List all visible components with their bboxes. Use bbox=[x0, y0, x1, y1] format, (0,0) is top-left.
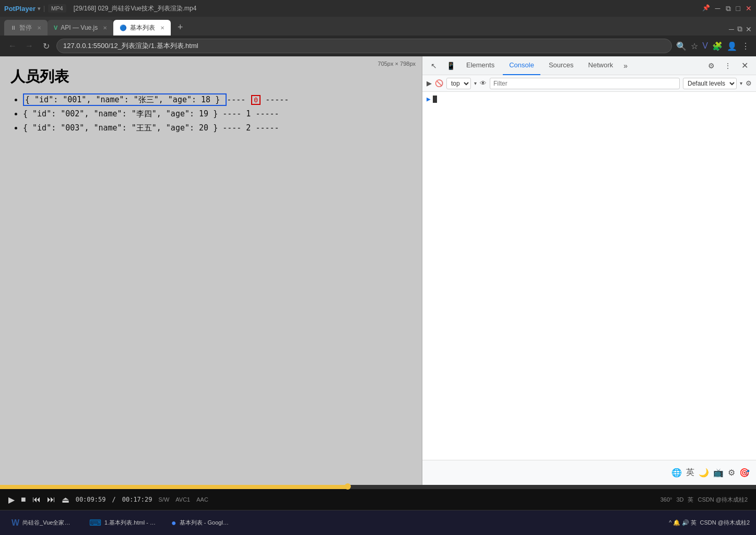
console-filter-input[interactable] bbox=[490, 78, 680, 89]
address-input[interactable] bbox=[56, 39, 672, 53]
item-after: ----- bbox=[265, 95, 289, 104]
taskbar-right: ^ 🔔 🔊 英 CSDN @待木成桂2 bbox=[669, 519, 750, 527]
tab-api-close[interactable]: ✕ bbox=[103, 25, 107, 31]
restore-btn[interactable]: ⧉ bbox=[726, 4, 731, 13]
item-suffix-3: ---- 2 ----- bbox=[222, 123, 279, 133]
devtools-bottom-icon-2[interactable]: 英 bbox=[686, 467, 694, 478]
devtools-bottom-icon-5[interactable]: ⚙ bbox=[728, 468, 735, 478]
new-tab-button[interactable]: + bbox=[173, 20, 187, 34]
devtools-menu-button[interactable]: ⋮ bbox=[720, 58, 735, 73]
prompt-arrow: ▶ bbox=[427, 95, 431, 103]
tab-paused-label: 暂停 bbox=[19, 23, 32, 32]
tab-basic-list-label: 基本列表 bbox=[130, 23, 155, 32]
devtools-bottom-icon-1[interactable]: 🌐 bbox=[671, 468, 682, 478]
pin-btn[interactable]: 📌 bbox=[702, 4, 710, 13]
close-icon: ✕ bbox=[741, 61, 748, 70]
taskbar-item-word[interactable]: W 尚硅谷_Vue全家桶.d... bbox=[6, 514, 80, 532]
app-name: PotPlayer ▾ bbox=[4, 5, 40, 13]
next-button[interactable]: ⏭ bbox=[47, 495, 55, 504]
settings-icon: ⚙ bbox=[708, 62, 715, 70]
tab-api-label: API — Vue.js bbox=[61, 24, 98, 31]
progress-bar-area[interactable] bbox=[0, 485, 756, 489]
devtools-close-button[interactable]: ✕ bbox=[737, 58, 752, 73]
tab-basic-list-icon: 🔵 bbox=[120, 25, 127, 31]
tab-restore-icon[interactable]: ⧉ bbox=[737, 25, 742, 33]
devtools-settings-button[interactable]: ⚙ bbox=[704, 58, 718, 73]
tab-minimize-icon[interactable]: ─ bbox=[729, 25, 734, 33]
console-output: ▶ bbox=[422, 92, 756, 460]
format-badge: MP4 bbox=[48, 4, 66, 13]
progress-handle[interactable] bbox=[345, 483, 351, 490]
devtools-bottom-bar: 🌐 英 🌙 📺 ⚙ 🎯 bbox=[422, 460, 756, 485]
tab-elements-label: Elements bbox=[466, 61, 494, 69]
window-controls: 📌 ─ ⧉ □ ✕ bbox=[702, 4, 752, 13]
tab-paused[interactable]: ⏸ 暂停 ✕ bbox=[4, 20, 48, 35]
stop-button[interactable]: ■ bbox=[21, 495, 26, 504]
item-suffix-2: ---- 1 ----- bbox=[222, 109, 279, 118]
devtools-more-button[interactable]: » bbox=[621, 60, 630, 72]
more-menu-icon[interactable]: ⋮ bbox=[741, 41, 750, 51]
time-total: 00:17:29 bbox=[122, 496, 152, 503]
address-bar: ← → ↻ 🔍 ☆ V 🧩 👤 ⋮ bbox=[0, 35, 756, 56]
profile-icon[interactable]: 👤 bbox=[727, 41, 737, 51]
tray-icons[interactable]: ^ 🔔 🔊 英 bbox=[669, 519, 696, 527]
tab-bar: ⏸ 暂停 ✕ V API — Vue.js ✕ 🔵 基本列表 ✕ + ─ ⧉ ✕ bbox=[0, 17, 756, 35]
tab-sources[interactable]: Sources bbox=[542, 56, 580, 75]
app-arrow[interactable]: ▾ bbox=[38, 6, 40, 11]
cursor-icon: ↖ bbox=[431, 62, 437, 70]
devtools-toolbar: ↖ 📱 Elements Console Sources Network bbox=[422, 56, 756, 75]
tab-elements[interactable]: Elements bbox=[460, 56, 501, 75]
console-clear-button[interactable]: 🚫 bbox=[435, 79, 443, 87]
console-context-select[interactable]: top bbox=[446, 78, 471, 89]
tab-sources-label: Sources bbox=[549, 61, 574, 69]
tab-api[interactable]: V API — Vue.js ✕ bbox=[48, 20, 113, 35]
time-separator: / bbox=[112, 496, 115, 503]
bookmark-icon[interactable]: ☆ bbox=[691, 41, 698, 51]
window-title: [29/168] 029_尚硅谷Vue技术_列表渲染.mp4 bbox=[69, 0, 699, 17]
taskbar-item-chrome[interactable]: ● 基本列表 - Google ... bbox=[166, 514, 237, 532]
console-eye-button[interactable]: 👁 bbox=[480, 79, 487, 87]
page-size-label: 705px × 798px bbox=[378, 61, 416, 67]
device-toggle-button[interactable]: 📱 bbox=[443, 58, 458, 73]
tab-basic-list[interactable]: 🔵 基本列表 ✕ bbox=[113, 20, 171, 35]
forward-button[interactable]: → bbox=[23, 41, 36, 51]
webpage-content: 705px × 798px 人员列表 { "id": "001", "name"… bbox=[0, 56, 422, 485]
console-levels-select[interactable]: Default levels bbox=[683, 78, 737, 89]
tab-basic-list-close[interactable]: ✕ bbox=[160, 25, 164, 31]
item-index-badge: 0 bbox=[251, 95, 261, 105]
console-prompt-line: ▶ bbox=[427, 94, 752, 104]
minimize-btn[interactable]: ─ bbox=[715, 4, 720, 13]
eject-button[interactable]: ⏏ bbox=[62, 495, 69, 505]
media-3d: 3D bbox=[676, 496, 683, 503]
taskbar-item-vscode[interactable]: ⌨ 1.基本列表.html - vu... bbox=[84, 514, 162, 532]
tab-paused-icon: ⏸ bbox=[10, 25, 16, 31]
play-button[interactable]: ▶ bbox=[8, 495, 15, 505]
tab-api-icon: V bbox=[54, 25, 57, 31]
zoom-icon[interactable]: 🔍 bbox=[676, 41, 687, 51]
back-button[interactable]: ← bbox=[6, 41, 19, 51]
close-btn[interactable]: ✕ bbox=[746, 4, 752, 13]
devtools-bottom-icon-4[interactable]: 📺 bbox=[713, 468, 724, 478]
devtools-bottom-icon-3[interactable]: 🌙 bbox=[699, 468, 709, 478]
devtools-bottom-icon-6[interactable]: 🎯 bbox=[739, 468, 750, 478]
devtools-console-levels-arrow: ▾ bbox=[740, 80, 742, 86]
csdn-label: CSDN @待木成桂2 bbox=[700, 519, 750, 527]
tab-close-icon[interactable]: ✕ bbox=[746, 25, 752, 33]
reload-button[interactable]: ↻ bbox=[40, 41, 52, 51]
console-play-button[interactable]: ▶ bbox=[427, 79, 432, 87]
extension-icon[interactable]: V bbox=[702, 41, 708, 51]
extensions-icon[interactable]: 🧩 bbox=[712, 41, 723, 51]
console-settings-button[interactable]: ⚙ bbox=[746, 79, 752, 87]
media-lang: 英 bbox=[688, 496, 693, 504]
tab-paused-close[interactable]: ✕ bbox=[37, 25, 41, 31]
cursor-tool-button[interactable]: ↖ bbox=[427, 58, 441, 73]
tab-console[interactable]: Console bbox=[503, 56, 540, 75]
tab-network[interactable]: Network bbox=[582, 56, 620, 75]
media-360: 360° bbox=[660, 496, 672, 503]
tab-console-label: Console bbox=[509, 61, 534, 69]
main-area: 705px × 798px 人员列表 { "id": "001", "name"… bbox=[0, 56, 756, 485]
maximize-btn[interactable]: □ bbox=[736, 4, 740, 13]
list-item: { "id": "002", "name": "李四", "age": 19 }… bbox=[23, 109, 411, 119]
media-controls: ▶ ■ ⏮ ⏭ ⏏ 00:09:59 / 00:17:29 S/W AVC1 A… bbox=[0, 489, 756, 510]
prev-button[interactable]: ⏮ bbox=[32, 495, 41, 504]
